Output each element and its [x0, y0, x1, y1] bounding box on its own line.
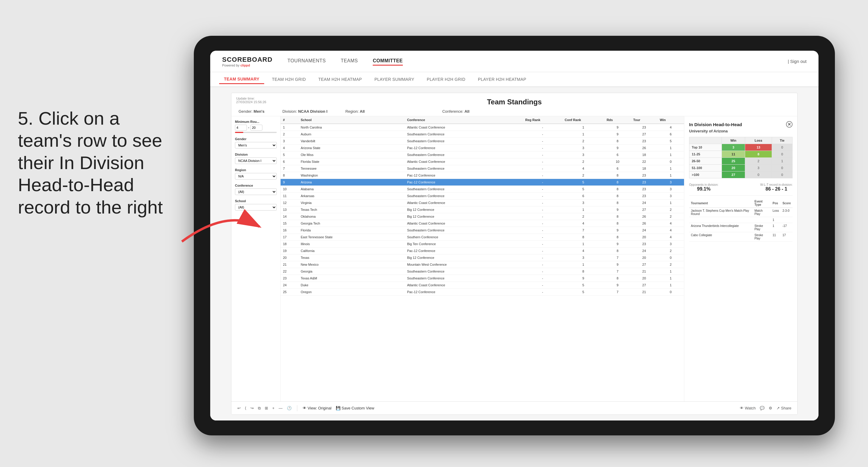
table-row[interactable]: 1 North Carolina Atlantic Coast Conferen…	[281, 124, 684, 131]
table-row[interactable]: 17 East Tennessee State Southern Confere…	[281, 234, 684, 241]
cell-school: Tennessee	[298, 165, 405, 172]
cell-conf-rank: 5	[562, 289, 604, 295]
cell-reg-rank: -	[523, 220, 562, 227]
save-icon: 💾	[336, 406, 341, 410]
cell-rds: 8	[604, 172, 631, 179]
table-row[interactable]: 18 Illinois Big Ten Conference - 1 9 23 …	[281, 241, 684, 248]
cell-rank: 5	[281, 152, 298, 158]
cell-reg-rank: -	[523, 289, 562, 295]
table-row[interactable]: 24 Duke Atlantic Coast Conference - 5 9 …	[281, 282, 684, 289]
table-row[interactable]: 7 Tennessee Southeastern Conference - 4 …	[281, 165, 684, 172]
table-row[interactable]: 20 Texas Big 12 Conference - 3 7 20 0	[281, 254, 684, 261]
table-row[interactable]: 12 Virginia Atlantic Coast Conference - …	[281, 199, 684, 206]
h2h-divider	[689, 195, 793, 196]
copy-button[interactable]: ⧉	[258, 406, 260, 411]
cell-rds: 9	[604, 206, 631, 213]
undo-button[interactable]: ↩	[237, 406, 241, 410]
sub-nav-player-h2h-grid[interactable]: PLAYER H2H GRID	[422, 75, 470, 84]
cell-rds: 8	[604, 138, 631, 145]
table-row[interactable]: 13 Texas Tech Big 12 Conference - 1 9 27…	[281, 206, 684, 213]
grid-button[interactable]: ⊞	[265, 406, 268, 410]
eye-icon: 👁	[740, 406, 744, 410]
watch-button[interactable]: 👁 Watch	[740, 406, 755, 410]
cell-conference: Pac-12 Conference	[405, 248, 523, 254]
brand-name: clippd	[240, 64, 250, 67]
table-row[interactable]: 16 Florida Southeastern Conference - 7 9…	[281, 227, 684, 234]
cell-conference: Big 12 Conference	[405, 254, 523, 261]
min-rounds-min-input[interactable]	[235, 125, 247, 131]
table-row[interactable]: 21 New Mexico Mountain West Conference -…	[281, 261, 684, 268]
cell-tour: 27	[631, 206, 657, 213]
table-row[interactable]: 6 Florida State Atlantic Coast Conferenc…	[281, 158, 684, 165]
table-row[interactable]: 14 Oklahoma Big 12 Conference - 2 8 26 2	[281, 213, 684, 220]
h2h-header: In Division Head-to-Head ✕	[689, 121, 793, 128]
table-row[interactable]: 2 Auburn Southeastern Conference - 1 9 2…	[281, 131, 684, 138]
table-row[interactable]: 10 Alabama Southeastern Conference - 5 8…	[281, 186, 684, 193]
table-row[interactable]: 11 Arkansas Southeastern Conference - 6 …	[281, 193, 684, 199]
table-row[interactable]: 15 Georgia Tech Atlantic Coast Conferenc…	[281, 220, 684, 227]
cell-conference: Southeastern Conference	[405, 268, 523, 275]
division-select[interactable]: NCAA Division I	[235, 157, 277, 164]
filter-row: Gender: Men's Division: NCAA Division I …	[239, 109, 790, 114]
table-row[interactable]: 9 Arizona Pac-12 Conference - 5 8 23 3	[281, 179, 684, 186]
cell-conf-rank: 4	[562, 220, 604, 227]
tooltip-button[interactable]: 💬	[760, 406, 765, 410]
region-select[interactable]: N/A	[235, 173, 277, 180]
table-row[interactable]: 8 Washington Pac-12 Conference - 2 8 23 …	[281, 172, 684, 179]
nav-committee[interactable]: COMMITTEE	[373, 57, 403, 66]
table-row[interactable]: 25 Oregon Pac-12 Conference - 5 7 21 0	[281, 289, 684, 295]
cell-school: California	[298, 248, 405, 254]
cell-conf-rank: 8	[562, 234, 604, 241]
sign-out-button[interactable]: | Sign out	[788, 59, 807, 64]
sub-nav-player-summary[interactable]: PLAYER SUMMARY	[370, 75, 419, 84]
table-row[interactable]: 4 Arizona State Pac-12 Conference - 3 9 …	[281, 145, 684, 152]
min-rounds-max-input[interactable]	[250, 125, 262, 131]
save-custom-button[interactable]: 💾 Save Custom View	[336, 406, 374, 410]
gender-select[interactable]: Men's	[235, 142, 277, 149]
cell-conference: Southeastern Conference	[405, 186, 523, 193]
table-row[interactable]: 19 California Pac-12 Conference - 4 8 24…	[281, 248, 684, 254]
cell-conf-rank: 2	[562, 158, 604, 165]
cell-conf-rank: 5	[562, 282, 604, 289]
add-button[interactable]: +	[272, 406, 275, 410]
h2h-win-cell: 20	[722, 165, 745, 172]
share-button[interactable]: ↗ Share	[776, 406, 792, 410]
rounds-slider[interactable]	[235, 132, 277, 133]
cell-conference: Southeastern Conference	[405, 152, 523, 158]
conference-select[interactable]: (All)	[235, 188, 277, 195]
redo-button[interactable]: ↪	[250, 406, 254, 410]
region-section: Region N/A	[235, 168, 277, 180]
sub-nav-player-h2h-heatmap[interactable]: PLAYER H2H HEATMAP	[473, 75, 531, 84]
nav-tournaments[interactable]: TOURNAMENTS	[287, 57, 326, 66]
h2h-tie-cell: 0	[772, 144, 793, 151]
cell-tour: 27	[631, 282, 657, 289]
cell-win: 1	[657, 172, 684, 179]
step-back-button[interactable]: ⟨	[245, 406, 246, 410]
sub-nav-team-summary[interactable]: TEAM SUMMARY	[219, 75, 264, 84]
h2h-close-button[interactable]: ✕	[786, 121, 793, 128]
cell-conference: Pac-12 Conference	[405, 289, 523, 295]
tablet-frame: SCOREBOARD Powered by clippd TOURNAMENTS…	[194, 36, 835, 435]
table-row[interactable]: 22 Georgia Southeastern Conference - 8 7…	[281, 268, 684, 275]
dash-button[interactable]: —	[279, 406, 283, 410]
settings-button[interactable]: ⚙	[769, 406, 772, 410]
cell-tour: 21	[631, 268, 657, 275]
table-row[interactable]: 23 Texas A&M Southeastern Conference - 9…	[281, 275, 684, 282]
h2h-opponents-stat: Opponents in division: 99.1%	[689, 183, 718, 192]
table-row[interactable]: 3 Vanderbilt Southeastern Conference - 2…	[281, 138, 684, 145]
h2h-tournament-row: 1	[689, 217, 793, 223]
sub-nav-team-h2h-heatmap[interactable]: TEAM H2H HEATMAP	[314, 75, 367, 84]
cell-reg-rank: -	[523, 152, 562, 158]
col-conference: Conference	[405, 116, 523, 124]
cell-rds: 6	[604, 152, 631, 158]
h2h-record-label: W-L-T record in-division:	[760, 183, 793, 186]
sub-nav-team-h2h-grid[interactable]: TEAM H2H GRID	[267, 75, 311, 84]
cell-school: Texas	[298, 254, 405, 261]
view-original-button[interactable]: 👁 View: Original	[303, 406, 332, 410]
clock-button[interactable]: 🕐	[287, 406, 291, 410]
cell-tour: 23	[631, 138, 657, 145]
cell-school: Florida	[298, 227, 405, 234]
table-row[interactable]: 5 Ole Miss Southeastern Conference - 3 6…	[281, 152, 684, 158]
tourn-pos: 11	[771, 232, 781, 242]
nav-teams[interactable]: TEAMS	[341, 57, 358, 66]
